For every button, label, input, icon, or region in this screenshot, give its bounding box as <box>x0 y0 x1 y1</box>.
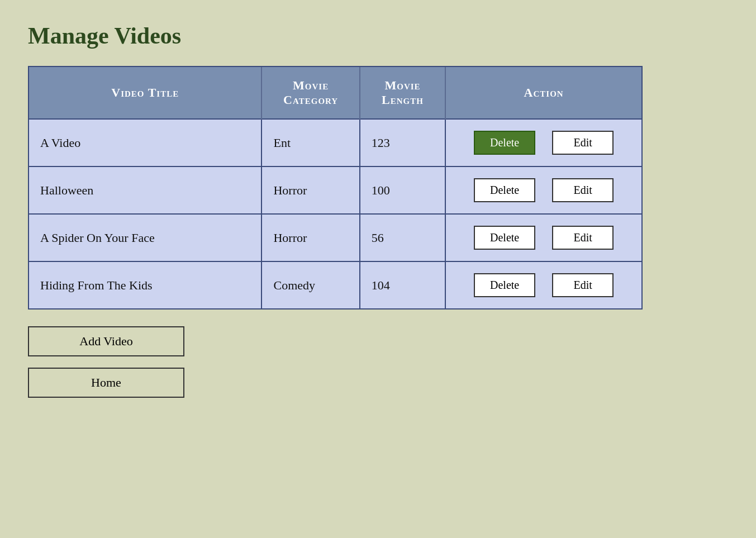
cell-action: DeleteEdit <box>445 166 641 214</box>
edit-button-3[interactable]: Edit <box>552 226 614 250</box>
page-title: Manage Videos <box>28 22 728 49</box>
delete-button-2[interactable]: Delete <box>474 178 535 202</box>
header-category: Movie Category <box>261 67 359 119</box>
action-buttons: DeleteEdit <box>457 273 630 297</box>
cell-action: DeleteEdit <box>445 214 641 261</box>
action-buttons: DeleteEdit <box>457 226 630 250</box>
table-row: HalloweenHorror100DeleteEdit <box>29 166 641 214</box>
edit-button-1[interactable]: Edit <box>552 131 614 155</box>
header-length: Movie Length <box>360 67 445 119</box>
cell-action: DeleteEdit <box>445 261 641 308</box>
action-buttons: DeleteEdit <box>457 131 630 155</box>
home-button[interactable]: Home <box>28 368 184 398</box>
cell-title: A Video <box>29 119 261 166</box>
table-row: A VideoEnt123DeleteEdit <box>29 119 641 166</box>
cell-category: Horror <box>261 166 359 214</box>
header-title: Video Title <box>29 67 261 119</box>
cell-title: A Spider On Your Face <box>29 214 261 261</box>
cell-action: DeleteEdit <box>445 119 641 166</box>
delete-button-4[interactable]: Delete <box>474 273 535 297</box>
edit-button-2[interactable]: Edit <box>552 178 614 202</box>
delete-button-3[interactable]: Delete <box>474 226 535 250</box>
cell-category: Comedy <box>261 261 359 308</box>
cell-title: Halloween <box>29 166 261 214</box>
table-header-row: Video Title Movie Category Movie Length … <box>29 67 641 119</box>
edit-button-4[interactable]: Edit <box>552 273 614 297</box>
videos-table: Video Title Movie Category Movie Length … <box>29 67 641 308</box>
cell-length: 56 <box>360 214 445 261</box>
cell-title: Hiding From The Kids <box>29 261 261 308</box>
delete-button-1[interactable]: Delete <box>474 131 535 155</box>
action-buttons: DeleteEdit <box>457 178 630 202</box>
add-video-button[interactable]: Add Video <box>28 326 184 356</box>
table-row: Hiding From The KidsComedy104DeleteEdit <box>29 261 641 308</box>
videos-table-container: Video Title Movie Category Movie Length … <box>28 66 643 310</box>
table-row: A Spider On Your FaceHorror56DeleteEdit <box>29 214 641 261</box>
cell-length: 100 <box>360 166 445 214</box>
cell-category: Horror <box>261 214 359 261</box>
cell-length: 123 <box>360 119 445 166</box>
cell-length: 104 <box>360 261 445 308</box>
cell-category: Ent <box>261 119 359 166</box>
header-action: Action <box>445 67 641 119</box>
